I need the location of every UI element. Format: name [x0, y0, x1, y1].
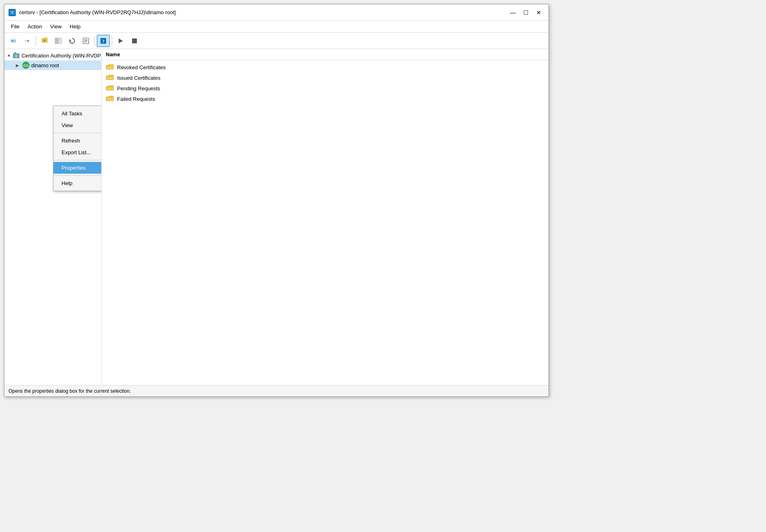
menu-action[interactable]: Action	[24, 22, 45, 31]
folder-icon	[106, 64, 114, 70]
main-area: ▼ Certification Authority (WIN-RVDP2RQ7H…	[4, 49, 548, 385]
svg-rect-18	[16, 57, 17, 58]
tree-child-label: dinamo root	[31, 62, 59, 68]
list-item-label: Pending Requests	[117, 85, 160, 92]
folder-icon	[106, 96, 114, 102]
close-button[interactable]: ✕	[533, 8, 544, 17]
list-item-label: Failed Requests	[117, 96, 155, 102]
up-button[interactable]	[38, 35, 51, 47]
context-menu: All Tasks ▶ View ▶ Refresh Export List..…	[53, 106, 102, 191]
forward-button[interactable]	[21, 35, 34, 47]
tree-child-node[interactable]: ▶ CA dinamo root	[4, 60, 101, 70]
list-item-label: Revoked Certificates	[117, 64, 166, 70]
svg-point-2	[11, 11, 13, 13]
folder-icon	[106, 85, 114, 92]
ctx-export-list-label: Export List...	[62, 149, 91, 155]
tree-root-label: Certification Authority (WIN-RVDP2RQ7HJJ…	[21, 53, 102, 59]
refresh-button[interactable]	[66, 35, 79, 47]
window-title: certsrv - [Certification Authority (WIN-…	[19, 9, 176, 15]
ctx-sep-3	[53, 175, 102, 176]
child-expander: ▶	[16, 63, 21, 68]
ctx-help-label: Help	[62, 180, 73, 186]
content-list: Revoked Certificates Issued Certificates	[102, 60, 548, 385]
ctx-properties[interactable]: Properties	[53, 162, 102, 174]
menu-bar: File Action View Help	[4, 21, 548, 33]
ctx-sep-2	[53, 160, 102, 160]
toolbar-sep-1	[36, 36, 36, 46]
toolbar-sep-3	[112, 36, 112, 46]
ctx-all-tasks[interactable]: All Tasks ▶	[53, 108, 102, 119]
window-controls: — ☐ ✕	[507, 8, 544, 17]
list-item[interactable]: Failed Requests	[102, 94, 548, 104]
ctx-properties-label: Properties	[62, 165, 85, 171]
ca-root-icon	[13, 52, 20, 59]
svg-text:?: ?	[102, 38, 105, 44]
maximize-button[interactable]: ☐	[520, 8, 531, 17]
list-item[interactable]: Revoked Certificates	[102, 62, 548, 72]
folder-icon	[106, 74, 114, 81]
status-bar: Opens the properties dialog box for the …	[4, 385, 548, 396]
list-item[interactable]: Pending Requests	[102, 83, 548, 94]
list-item[interactable]: Issued Certificates	[102, 72, 548, 83]
ctx-sep-1	[53, 133, 102, 133]
ctx-help[interactable]: Help	[53, 177, 102, 189]
export-button[interactable]	[79, 35, 92, 47]
sidebar: ▼ Certification Authority (WIN-RVDP2RQ7H…	[4, 49, 102, 385]
main-window: certsrv - [Certification Authority (WIN-…	[4, 4, 549, 397]
minimize-button[interactable]: —	[507, 8, 518, 17]
menu-help[interactable]: Help	[66, 22, 84, 31]
ctx-export-list[interactable]: Export List...	[53, 147, 102, 158]
ctx-all-tasks-label: All Tasks	[62, 111, 82, 117]
tree-root-node[interactable]: ▼ Certification Authority (WIN-RVDP2RQ7H…	[4, 51, 101, 60]
svg-marker-13	[119, 38, 123, 43]
ctx-refresh-label: Refresh	[62, 138, 80, 144]
root-expander: ▼	[7, 53, 11, 58]
back-button[interactable]	[7, 35, 20, 47]
stop-button[interactable]	[128, 35, 141, 47]
help-button[interactable]: ?	[97, 35, 110, 47]
play-button[interactable]	[114, 35, 127, 47]
svg-rect-5	[55, 38, 58, 44]
menu-file[interactable]: File	[8, 22, 23, 31]
list-item-label: Issued Certificates	[117, 75, 160, 81]
title-bar-left: certsrv - [Certification Authority (WIN-…	[9, 9, 176, 16]
toolbar: ?	[4, 33, 548, 49]
show-hide-button[interactable]	[52, 35, 65, 47]
dinamo-root-icon: CA	[22, 62, 30, 69]
app-icon	[9, 9, 16, 16]
svg-rect-3	[12, 13, 13, 14]
toolbar-sep-2	[94, 36, 95, 46]
content-header: Name	[102, 49, 548, 60]
ctx-view-label: View	[62, 122, 73, 128]
title-bar: certsrv - [Certification Authority (WIN-…	[4, 4, 548, 21]
status-text: Opens the properties dialog box for the …	[9, 388, 131, 394]
menu-view[interactable]: View	[47, 22, 65, 31]
svg-rect-6	[58, 38, 62, 44]
svg-rect-14	[132, 38, 137, 43]
content-area: Name Revoked Certificates Issued	[102, 49, 548, 385]
svg-text:CA: CA	[23, 64, 29, 68]
svg-rect-16	[14, 52, 16, 54]
ctx-view[interactable]: View ▶	[53, 119, 102, 131]
ctx-refresh[interactable]: Refresh	[53, 135, 102, 147]
